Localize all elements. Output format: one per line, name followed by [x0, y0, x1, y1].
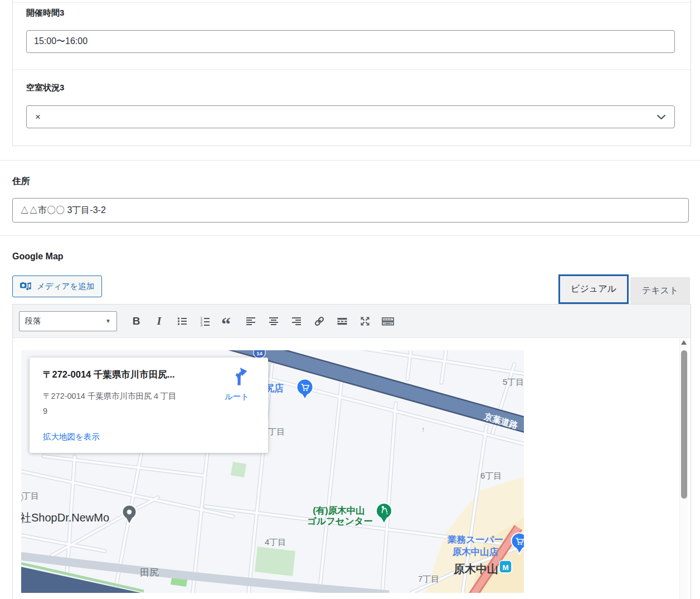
add-media-label: メディアを追加 [37, 281, 94, 292]
tab-visual[interactable]: ビジュアル [558, 274, 629, 304]
link-icon [313, 315, 325, 327]
row-divider [13, 2, 691, 3]
fullscreen-icon [359, 316, 371, 327]
district5-label: 5丁目 [503, 377, 524, 387]
time3-input[interactable] [26, 30, 675, 53]
svg-text:“: “ [222, 316, 231, 327]
add-media-button[interactable]: メディアを追加 [12, 276, 102, 297]
align-center-button[interactable] [262, 311, 285, 331]
bullet-list-icon [177, 316, 188, 327]
district6-label: 6丁目 [480, 471, 502, 480]
insert-link-button[interactable] [308, 311, 330, 331]
field-label-time3: 開催時間3 [26, 8, 64, 18]
scrollbar-thumb[interactable] [681, 350, 687, 499]
fullscreen-button[interactable] [353, 311, 376, 331]
paragraph-format-label: 段落 [25, 316, 41, 326]
keyboard-icon [382, 316, 394, 327]
tab-text[interactable]: テキスト [630, 277, 690, 304]
district4-label: 4丁目 [265, 537, 286, 547]
svg-text:14: 14 [256, 350, 262, 356]
align-right-icon [291, 316, 302, 327]
read-more-icon [337, 316, 348, 327]
map-card-address: 〒272-0014 千葉県市川市田尻４丁目 9 [43, 389, 210, 419]
field-label-google-map: Google Map [12, 252, 64, 262]
tab-visual-label: ビジュアル [571, 283, 616, 295]
align-left-icon [245, 316, 256, 327]
wordpress-edit-screen: 開催時間3 空室状況3 × 住所 Google Map メディアを追加 ビジ [0, 0, 700, 599]
section-divider [0, 160, 700, 161]
numbered-list-icon: 1 2 3 [200, 316, 211, 327]
editor-toolbar: 段落 ▼ B I 1 2 3 [13, 305, 691, 338]
read-more-tag-button[interactable] [330, 311, 353, 331]
row-divider [13, 69, 691, 70]
align-right-button[interactable] [285, 311, 308, 331]
map-info-card: 〒272-0014 千葉県市川市田尻... 〒272-0014 千葉県市川市田尻… [30, 358, 268, 453]
vacancy3-selected-value: × [35, 112, 41, 123]
editor-scrollbar[interactable] [679, 338, 688, 599]
park-area [231, 462, 246, 477]
golf-label-line1: (有)原木中山 [313, 505, 365, 515]
directions-icon[interactable] [230, 367, 248, 386]
repeater-field-panel: 開催時間3 空室状況3 × [12, 0, 691, 146]
vacancy3-select[interactable]: × [26, 105, 675, 128]
bullet-list-button[interactable] [171, 311, 193, 331]
align-center-icon [268, 316, 279, 327]
svg-text:3: 3 [200, 323, 202, 327]
scrollbar-up-arrow-icon[interactable] [681, 340, 687, 345]
bold-icon: B [133, 315, 140, 327]
town-tajiri-label: 田尻 [140, 567, 159, 578]
super-label-line1: 業務スーパー [447, 534, 503, 544]
media-icon [20, 282, 32, 291]
numbered-list-button[interactable]: 1 2 3 [193, 311, 216, 331]
italic-button[interactable]: I [148, 311, 171, 331]
svg-text:M: M [502, 563, 508, 572]
station-label: 原木中山 [453, 563, 498, 575]
park-area [255, 547, 295, 576]
blockquote-button[interactable]: “ [216, 311, 239, 331]
chevron-down-icon [657, 114, 666, 120]
field-label-vacancy3: 空室状況3 [26, 83, 64, 93]
dropdown-caret-icon: ▼ [105, 318, 111, 324]
italic-icon: I [157, 315, 161, 327]
metro-logo-icon[interactable]: M [499, 561, 512, 573]
address-input[interactable] [12, 198, 689, 223]
map-card-title: 〒272-0014 千葉県市川市田尻... [43, 369, 227, 381]
section-divider [0, 235, 700, 236]
expand-map-link[interactable]: 拡大地図を表示 [43, 432, 100, 442]
super-label-line2: 原木中山店 [452, 547, 499, 557]
shop-newmo-label: 社ShopDr.NewMo [21, 511, 109, 524]
blockquote-icon: “ [222, 316, 234, 327]
paragraph-format-dropdown[interactable]: 段落 ▼ [19, 311, 117, 331]
keyboard-shortcuts-button[interactable] [376, 311, 399, 331]
golf-label-line2: ゴルフセンター [307, 516, 373, 526]
bold-button[interactable]: B [125, 311, 148, 331]
route-link[interactable]: ルート [223, 392, 251, 402]
tab-text-label: テキスト [642, 285, 679, 297]
district-partial-label: 丁目 [22, 491, 39, 500]
align-left-button[interactable] [239, 311, 262, 331]
oneway-arrow-icon: ↑ [421, 426, 425, 433]
district7-label: 7丁目 [418, 574, 439, 583]
field-label-address: 住所 [12, 176, 30, 187]
